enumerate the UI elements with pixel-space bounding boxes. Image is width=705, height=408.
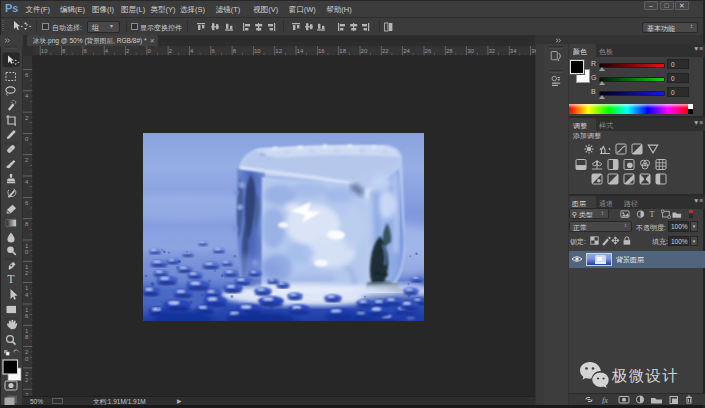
svg-text:34: 34 (510, 48, 517, 54)
svg-text:28: 28 (446, 48, 453, 54)
svg-text:20: 20 (361, 48, 368, 54)
svg-text:36: 36 (531, 48, 536, 54)
svg-text:16: 16 (318, 48, 325, 54)
svg-text:T: T (650, 210, 655, 219)
svg-text:fx: fx (602, 396, 608, 405)
svg-text:22: 22 (382, 48, 389, 54)
svg-text:18: 18 (339, 48, 346, 54)
svg-text:10: 10 (254, 48, 261, 54)
svg-text:26: 26 (425, 48, 432, 54)
svg-text:24: 24 (403, 48, 410, 54)
svg-text:12: 12 (275, 48, 282, 54)
svg-text:14: 14 (297, 48, 304, 54)
svg-text:T: T (7, 272, 15, 286)
svg-text:10: 10 (41, 48, 48, 54)
svg-text:30: 30 (467, 48, 474, 54)
svg-text:32: 32 (489, 48, 496, 54)
